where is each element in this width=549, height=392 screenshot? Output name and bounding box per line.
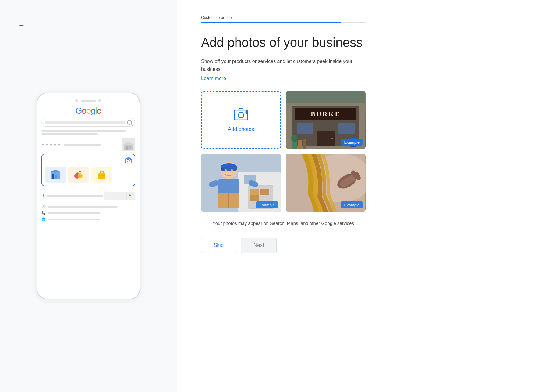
camera-add-icon — [125, 157, 132, 164]
info-row-hours: 🕐 — [41, 205, 135, 208]
info-rows: 📍 📍 🕐 — [41, 190, 135, 221]
svg-rect-45 — [260, 189, 269, 195]
svg-text:📍: 📍 — [128, 194, 132, 198]
svg-rect-15 — [98, 173, 105, 179]
svg-point-5 — [127, 159, 129, 162]
example-photo-burke: BURKE Example — [286, 91, 366, 149]
search-icon — [127, 120, 132, 125]
google-G: G — [76, 106, 82, 115]
google-o2: o — [86, 106, 91, 115]
progress-bar-container — [201, 22, 366, 23]
info-lines — [48, 206, 135, 208]
thumb-fruit-icon — [73, 169, 84, 180]
svg-text:BURKE: BURKE — [311, 110, 341, 118]
svg-rect-44 — [250, 189, 259, 195]
svg-rect-0 — [124, 145, 133, 150]
ph-line — [64, 144, 101, 146]
add-photos-label: Add photos — [228, 126, 254, 132]
ph-line — [41, 130, 126, 132]
star-2: ★ — [45, 142, 49, 147]
star-5: ★ — [57, 142, 61, 147]
clock-icon: 🕐 — [41, 205, 46, 208]
right-panel: Customize profile Add photos of your bus… — [177, 0, 549, 392]
camera-icon-svg — [125, 157, 132, 163]
ph-line — [41, 133, 98, 135]
example-photo-delivery: Example — [201, 154, 281, 212]
placeholder-lines-1 — [41, 130, 135, 135]
svg-point-58 — [231, 169, 233, 172]
photos-grid: Add photos BURKE — [201, 91, 366, 212]
example-badge-hair: Example — [341, 201, 363, 208]
phone-mockup: Google ★ ★ ★ ★ ★ — [37, 93, 140, 299]
ph-line — [48, 206, 118, 208]
google-o1: o — [82, 106, 87, 115]
notch-dot — [75, 99, 78, 102]
google-logo: Google — [41, 106, 135, 116]
svg-marker-1 — [122, 142, 135, 145]
svg-rect-9 — [52, 174, 54, 179]
svg-point-13 — [78, 173, 83, 178]
store-svg — [122, 138, 135, 151]
store-icon — [122, 138, 135, 151]
left-panel: ← Google ★ ★ — [0, 0, 177, 392]
star-1: ★ — [41, 142, 45, 147]
rating-row: ★ ★ ★ ★ ★ — [41, 138, 135, 151]
camera-plus-icon — [234, 107, 248, 123]
svg-rect-46 — [250, 195, 259, 201]
svg-rect-33 — [338, 123, 355, 134]
svg-rect-36 — [298, 140, 302, 149]
learn-more-link[interactable]: Learn more — [201, 76, 525, 81]
google-e: e — [97, 106, 101, 115]
svg-rect-10 — [55, 175, 57, 179]
search-bar-fill — [45, 121, 125, 124]
star-rating: ★ ★ ★ ★ ★ — [41, 142, 61, 147]
svg-rect-4 — [125, 159, 131, 163]
star-3: ★ — [49, 142, 53, 147]
ph-line — [47, 195, 103, 197]
map-placeholder: 📍 — [104, 192, 135, 200]
svg-point-57 — [225, 169, 227, 172]
page-container: ← Google ★ ★ — [0, 0, 549, 392]
add-photos-button[interactable]: Add photos — [201, 91, 281, 149]
map-area: 📍 📍 — [41, 190, 135, 202]
notch-bar — [81, 100, 96, 102]
info-row-phone: 📞 — [41, 211, 135, 215]
photo-thumbnails — [45, 167, 132, 183]
svg-rect-2 — [126, 146, 128, 150]
phone-notch — [41, 99, 135, 102]
ph-line — [48, 219, 100, 220]
svg-point-31 — [331, 138, 333, 139]
svg-rect-50 — [221, 168, 224, 170]
next-button[interactable]: Next — [241, 238, 277, 253]
example-badge-burke: Example — [341, 139, 363, 146]
thumb-store-icon — [50, 169, 61, 180]
back-button[interactable]: ← — [18, 21, 25, 29]
info-lines-2 — [48, 212, 135, 214]
globe-icon: 🌐 — [41, 217, 46, 221]
ph-line — [48, 212, 100, 214]
example-badge-delivery: Example — [256, 201, 278, 208]
svg-rect-32 — [297, 123, 313, 134]
thumb-bag — [91, 167, 112, 183]
description-text: Show off your products or services and l… — [201, 58, 353, 73]
svg-marker-11 — [51, 170, 60, 172]
google-g2: g — [91, 106, 95, 115]
thumb-store — [45, 167, 66, 183]
svg-rect-3 — [129, 146, 131, 149]
svg-point-22 — [238, 112, 244, 118]
step-label: Customize profile — [201, 15, 525, 20]
example-photo-hair: Example — [286, 154, 366, 212]
notch-dot2 — [98, 99, 101, 102]
footer-note: Your photos may appear on Search, Maps, … — [201, 220, 366, 227]
skip-button[interactable]: Skip — [201, 238, 236, 253]
info-row-web: 🌐 — [41, 217, 135, 221]
thumb-bag-icon — [96, 169, 107, 180]
map-svg: 📍 — [121, 192, 133, 200]
progress-bar-fill — [201, 22, 341, 23]
phone-icon: 📞 — [41, 211, 46, 215]
page-title: Add photos of your business — [201, 35, 525, 50]
photo-card-header — [45, 157, 132, 164]
camera-plus-svg — [234, 107, 248, 120]
photo-card — [41, 154, 135, 186]
thumb-fruit — [68, 167, 89, 183]
